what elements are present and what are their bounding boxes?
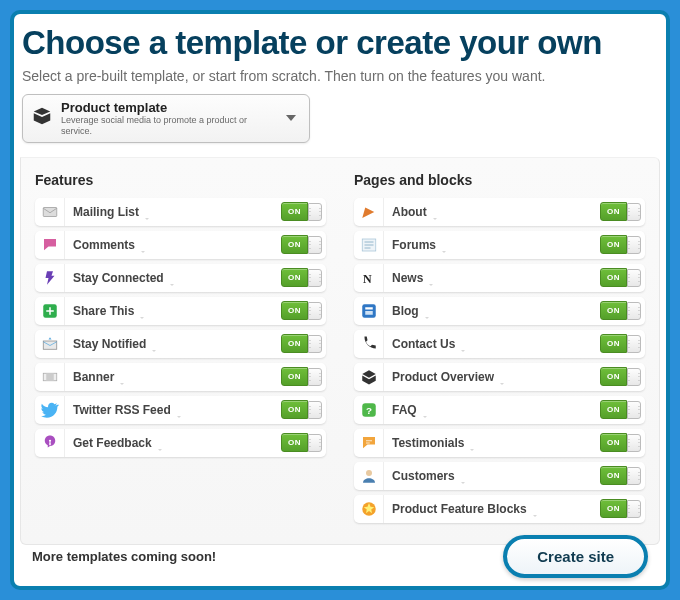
toggle-knob: ⋮⋮ <box>627 467 641 485</box>
feature-row: Product OverviewON⋮⋮ <box>354 363 645 391</box>
toggle-knob: ⋮⋮ <box>627 368 641 386</box>
feature-row: Contact UsON⋮⋮ <box>354 330 645 358</box>
feature-label: Forums <box>384 238 600 252</box>
feature-row: Product Feature BlocksON⋮⋮ <box>354 495 645 523</box>
toggle[interactable]: ON⋮⋮ <box>281 268 326 287</box>
toggle-on-label: ON <box>600 499 627 518</box>
toggle[interactable]: ON⋮⋮ <box>600 433 645 452</box>
faq-icon: ? <box>354 396 384 424</box>
get-feedback-icon <box>35 429 65 457</box>
svg-point-5 <box>48 439 50 441</box>
feature-row: Mailing ListON⋮⋮ <box>35 198 326 226</box>
svg-rect-11 <box>365 311 373 315</box>
news-icon: N <box>354 264 384 292</box>
product-overview-icon <box>354 363 384 391</box>
toggle-knob: ⋮⋮ <box>627 401 641 419</box>
toggle-knob: ⋮⋮ <box>308 401 322 419</box>
feature-label: Customers <box>384 469 600 483</box>
testimonials-icon <box>354 429 384 457</box>
toggle-knob: ⋮⋮ <box>308 269 322 287</box>
feature-row: Twitter RSS FeedON⋮⋮ <box>35 396 326 424</box>
customers-icon <box>354 462 384 490</box>
toggle-knob: ⋮⋮ <box>308 368 322 386</box>
feature-row: TestimonialsON⋮⋮ <box>354 429 645 457</box>
about-icon <box>354 198 384 226</box>
toggle[interactable]: ON⋮⋮ <box>281 301 326 320</box>
contact-us-icon <box>354 330 384 358</box>
toggle[interactable]: ON⋮⋮ <box>600 301 645 320</box>
toggle-on-label: ON <box>281 301 308 320</box>
pages-column: Pages and blocks AboutON⋮⋮ForumsON⋮⋮NNew… <box>354 172 645 528</box>
feature-label: Testimonials <box>384 436 600 450</box>
toggle-knob: ⋮⋮ <box>308 236 322 254</box>
svg-text:?: ? <box>366 404 372 415</box>
toggle-on-label: ON <box>600 433 627 452</box>
toggle[interactable]: ON⋮⋮ <box>600 334 645 353</box>
forums-icon <box>354 231 384 259</box>
feature-row: Share ThisON⋮⋮ <box>35 297 326 325</box>
toggle-on-label: ON <box>600 367 627 386</box>
page-subtitle: Select a pre-built template, or start fr… <box>22 68 660 84</box>
toggle-on-label: ON <box>600 301 627 320</box>
feature-label: Stay Notified <box>65 337 281 351</box>
comments-icon <box>35 231 65 259</box>
toggle-on-label: ON <box>281 400 308 419</box>
feature-label: Stay Connected <box>65 271 281 285</box>
share-this-icon <box>35 297 65 325</box>
pages-heading: Pages and blocks <box>354 172 645 188</box>
template-title: Product template <box>61 100 273 115</box>
toggle[interactable]: ON⋮⋮ <box>600 466 645 485</box>
toggle-knob: ⋮⋮ <box>627 269 641 287</box>
mailing-list-icon <box>35 198 65 226</box>
options-panel: Features Mailing ListON⋮⋮CommentsON⋮⋮Sta… <box>20 157 660 545</box>
template-dropdown[interactable]: Product template Leverage social media t… <box>22 94 310 143</box>
svg-rect-6 <box>49 442 51 445</box>
toggle-knob: ⋮⋮ <box>627 500 641 518</box>
feature-label: Product Feature Blocks <box>384 502 600 516</box>
toggle[interactable]: ON⋮⋮ <box>600 367 645 386</box>
toggle[interactable]: ON⋮⋮ <box>600 202 645 221</box>
feature-label: Twitter RSS Feed <box>65 403 281 417</box>
toggle-on-label: ON <box>600 334 627 353</box>
toggle-knob: ⋮⋮ <box>627 434 641 452</box>
toggle[interactable]: ON⋮⋮ <box>600 235 645 254</box>
toggle-knob: ⋮⋮ <box>308 302 322 320</box>
toggle[interactable]: ON⋮⋮ <box>600 400 645 419</box>
svg-point-14 <box>366 470 372 476</box>
feature-label: FAQ <box>384 403 600 417</box>
toggle[interactable]: ON⋮⋮ <box>281 202 326 221</box>
toggle-on-label: ON <box>600 466 627 485</box>
feature-label: Comments <box>65 238 281 252</box>
feature-row: BannerON⋮⋮ <box>35 363 326 391</box>
toggle[interactable]: ON⋮⋮ <box>281 334 326 353</box>
toggle[interactable]: ON⋮⋮ <box>281 400 326 419</box>
banner-icon <box>35 363 65 391</box>
feature-label: Mailing List <box>65 205 281 219</box>
create-site-button[interactable]: Create site <box>503 535 648 578</box>
feature-row: ?FAQON⋮⋮ <box>354 396 645 424</box>
stay-connected-icon <box>35 264 65 292</box>
toggle-knob: ⋮⋮ <box>308 203 322 221</box>
toggle[interactable]: ON⋮⋮ <box>281 367 326 386</box>
toggle-knob: ⋮⋮ <box>627 302 641 320</box>
template-desc: Leverage social media to promote a produ… <box>61 115 273 137</box>
feature-label: Banner <box>65 370 281 384</box>
dialog: Choose a template or create your own Sel… <box>10 10 670 590</box>
footer-text: More templates coming soon! <box>32 549 216 564</box>
toggle-on-label: ON <box>281 433 308 452</box>
feature-row: Get FeedbackON⋮⋮ <box>35 429 326 457</box>
toggle-on-label: ON <box>600 235 627 254</box>
toggle-on-label: ON <box>600 268 627 287</box>
feature-label: Blog <box>384 304 600 318</box>
toggle[interactable]: ON⋮⋮ <box>281 433 326 452</box>
feature-label: News <box>384 271 600 285</box>
svg-text:N: N <box>363 271 372 285</box>
toggle[interactable]: ON⋮⋮ <box>600 499 645 518</box>
twitter-rss-feed-icon <box>35 396 65 424</box>
feature-row: Stay NotifiedON⋮⋮ <box>35 330 326 358</box>
toggle-on-label: ON <box>281 235 308 254</box>
toggle-on-label: ON <box>600 202 627 221</box>
toggle[interactable]: ON⋮⋮ <box>600 268 645 287</box>
toggle[interactable]: ON⋮⋮ <box>281 235 326 254</box>
feature-row: CustomersON⋮⋮ <box>354 462 645 490</box>
